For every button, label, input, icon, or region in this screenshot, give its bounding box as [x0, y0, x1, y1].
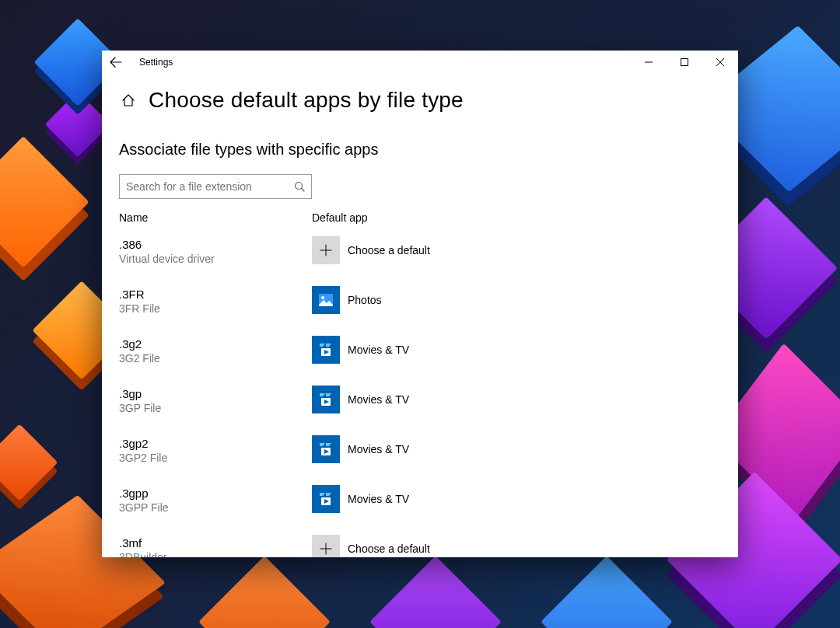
file-description: Virtual device driver: [119, 253, 312, 265]
file-type-row: .386Virtual device driverChoose a defaul…: [119, 236, 721, 274]
plus-icon: [312, 535, 340, 557]
default-app-label: Movies & TV: [348, 493, 409, 505]
default-app-button[interactable]: Movies & TV: [312, 386, 409, 413]
file-type-row: .3gp23GP2 FileMovies & TV: [119, 435, 721, 473]
minimize-icon: [645, 58, 653, 66]
file-description: 3GPP File: [119, 501, 312, 514]
plus-icon: [312, 236, 340, 264]
arrow-left-icon: [110, 56, 122, 68]
file-extension: .3gp: [119, 387, 312, 400]
home-button[interactable]: [119, 91, 138, 110]
file-type-row: .3FR3FR FilePhotos: [119, 286, 721, 323]
search-input[interactable]: [126, 180, 294, 193]
default-app-button[interactable]: Photos: [312, 286, 382, 314]
column-headers: Name Default app: [119, 211, 721, 224]
maximize-button[interactable]: [667, 51, 702, 74]
home-icon: [121, 93, 135, 107]
file-type-list: .386Virtual device driverChoose a defaul…: [119, 236, 721, 557]
movies-tv-icon: [312, 336, 340, 364]
movies-tv-icon: [312, 435, 340, 463]
default-app-button[interactable]: Movies & TV: [312, 485, 409, 513]
section-subtitle: Associate file types with specific apps: [119, 141, 721, 159]
close-icon: [716, 58, 724, 66]
file-type-info: .3gp23GP2 File: [119, 435, 312, 464]
file-extension: .3gp2: [119, 437, 312, 450]
file-extension: .386: [119, 238, 312, 251]
titlebar: Settings: [102, 51, 738, 74]
file-description: 3G2 File: [119, 352, 312, 365]
file-type-info: .3FR3FR File: [119, 286, 312, 315]
file-description: 3GP2 File: [119, 452, 312, 464]
svg-rect-0: [681, 59, 688, 66]
back-button[interactable]: [102, 51, 130, 74]
default-app-label: Choose a default: [348, 543, 430, 555]
maximize-icon: [681, 58, 688, 66]
file-type-row: .3g23G2 FileMovies & TV: [119, 336, 721, 373]
column-default-app: Default app: [312, 211, 368, 224]
default-app-label: Photos: [348, 294, 382, 306]
file-type-info: .3mf3DBuilder: [119, 535, 312, 557]
default-app-label: Movies & TV: [348, 393, 409, 406]
content: Choose default apps by file type Associa…: [102, 74, 738, 557]
search-box[interactable]: [119, 174, 312, 199]
file-type-row: .3gpp3GPP FileMovies & TV: [119, 485, 721, 522]
file-extension: .3g2: [119, 337, 312, 351]
default-app-button[interactable]: Choose a default: [312, 236, 430, 264]
default-app-button[interactable]: Choose a default: [312, 535, 430, 557]
default-app-label: Choose a default: [348, 244, 430, 256]
close-button[interactable]: [702, 51, 738, 74]
svg-point-3: [321, 296, 324, 299]
file-type-info: .386Virtual device driver: [119, 236, 312, 265]
file-type-info: .3gp3GP File: [119, 386, 312, 414]
file-description: 3FR File: [119, 302, 312, 315]
file-type-info: .3g23G2 File: [119, 336, 312, 365]
photos-icon: [312, 286, 340, 314]
file-extension: .3FR: [119, 288, 312, 301]
default-app-label: Movies & TV: [348, 443, 409, 455]
search-icon: [294, 181, 305, 192]
file-extension: .3gpp: [119, 487, 312, 500]
file-extension: .3mf: [119, 536, 312, 550]
default-app-button[interactable]: Movies & TV: [312, 336, 409, 364]
file-type-row: .3gp3GP FileMovies & TV: [119, 386, 721, 423]
settings-window: Settings Choose default apps by file typ…: [102, 51, 738, 557]
column-name: Name: [119, 211, 312, 224]
movies-tv-icon: [312, 485, 340, 513]
default-app-label: Movies & TV: [348, 344, 409, 356]
file-description: 3GP File: [119, 402, 312, 414]
default-app-button[interactable]: Movies & TV: [312, 435, 409, 463]
file-type-info: .3gpp3GPP File: [119, 485, 312, 514]
file-type-row: .3mf3DBuilderChoose a default: [119, 535, 721, 557]
page-title: Choose default apps by file type: [149, 88, 464, 113]
file-description: 3DBuilder: [119, 551, 312, 557]
minimize-button[interactable]: [631, 51, 667, 74]
movies-tv-icon: [312, 386, 340, 413]
app-title: Settings: [130, 57, 173, 68]
